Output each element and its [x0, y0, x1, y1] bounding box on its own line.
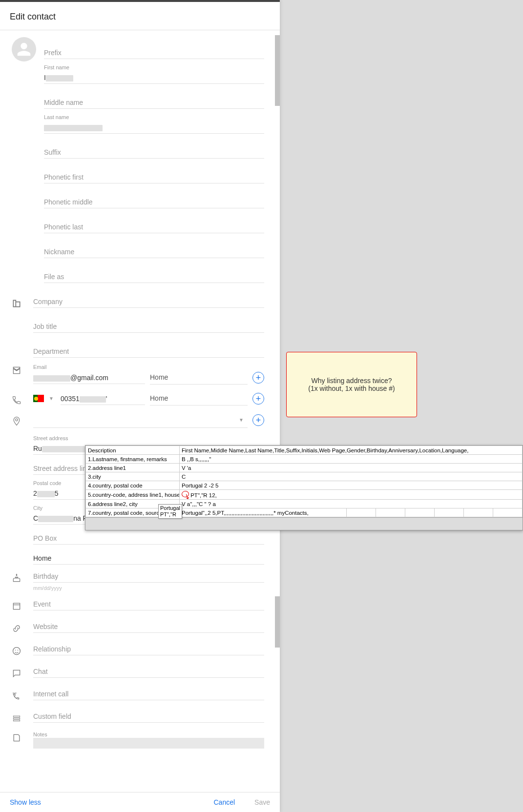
svg-point-1: [13, 648, 21, 655]
phone-icon: [12, 391, 33, 405]
phonetic-first-field[interactable]: [44, 170, 264, 183]
email-label: Email: [33, 362, 264, 370]
email-field[interactable]: @gmail.com: [33, 371, 145, 384]
svg-rect-0: [13, 603, 20, 609]
ss-r5-v: PT","R 12,: [180, 490, 523, 500]
chat-field[interactable]: [33, 665, 264, 678]
show-less-link[interactable]: Show less: [10, 798, 41, 806]
ss-r3-d: 3.city: [86, 472, 180, 481]
avatar[interactable]: [12, 37, 36, 61]
phone-type-select[interactable]: Home: [150, 391, 248, 406]
department-field[interactable]: [33, 345, 264, 358]
dialog-title: Edit contact: [0, 2, 280, 30]
phonetic-middle-field[interactable]: [44, 195, 264, 208]
first-name-label: First name: [44, 62, 264, 71]
svg-point-3: [18, 650, 19, 651]
chat-icon: [12, 665, 33, 678]
dialog-footer: Show less Cancel Save: [0, 792, 280, 812]
add-address-button[interactable]: +: [252, 414, 264, 426]
street-label: Street address: [33, 433, 264, 442]
location-icon: [12, 412, 33, 426]
ss-r2-d: 2.address line1: [86, 464, 180, 472]
relationship-icon: [12, 642, 33, 656]
ss-r2-v: V 'a: [180, 464, 523, 472]
last-name-label: Last name: [44, 112, 264, 121]
event-icon: [12, 597, 33, 611]
notes-field[interactable]: [33, 738, 264, 749]
csv-spreadsheet-overlay: Description First Name,Middle Name,Last …: [85, 445, 523, 530]
birthday-field[interactable]: [33, 569, 264, 583]
middle-name-field[interactable]: [44, 96, 264, 109]
email-icon: [12, 362, 33, 375]
event-field[interactable]: [33, 597, 264, 610]
internet-call-field[interactable]: [33, 687, 264, 700]
address-type-dropdown[interactable]: ▼: [33, 412, 248, 428]
annotation-note: Why listing address twice? (1x without, …: [286, 352, 417, 417]
notes-label: Notes: [33, 729, 264, 738]
sip-icon: SIP: [12, 687, 33, 701]
birthday-icon: [12, 569, 33, 583]
job-title-field[interactable]: [33, 320, 264, 333]
svg-point-2: [15, 650, 16, 651]
annotation-line1: Why listing address twice?: [312, 377, 392, 385]
annotation-line2: (1x without, 1x with house #): [308, 385, 395, 392]
file-as-field[interactable]: [44, 270, 264, 283]
ss-r6-v: V a",,,"C " ? a: [180, 500, 523, 508]
nickname-field[interactable]: [44, 245, 264, 258]
phone-field[interactable]: 00351': [61, 392, 145, 405]
scrollbar-thumb-2[interactable]: [275, 596, 280, 648]
ss-r7-v: Portugal",,2 5,PT,,,,,,,,,,,,,,,,,,,,,,,…: [180, 508, 347, 517]
svg-rect-6: [13, 718, 20, 719]
add-email-button[interactable]: +: [252, 372, 264, 384]
edit-contact-dialog: Edit contact First name: [0, 0, 280, 812]
website-icon: [12, 620, 33, 633]
ss-r4-d: 4.country, postal code: [86, 481, 180, 490]
ss-cell-tooltip: PortugalPT","R: [158, 504, 182, 519]
ss-bottom-bar: [85, 517, 523, 530]
ss-r1-d: 1.Lastname, firstname, remarks: [86, 455, 180, 464]
company-field[interactable]: [33, 295, 264, 308]
company-icon: [12, 295, 33, 308]
custom-icon: [12, 710, 33, 723]
ss-r1-v: B ,,B s,,,,,,,": [180, 455, 523, 464]
suffix-field[interactable]: [44, 145, 264, 159]
address-type-field[interactable]: Home: [33, 551, 264, 565]
ss-header-cols: First Name,Middle Name,Last Name,Title,S…: [180, 446, 523, 455]
country-dropdown-caret[interactable]: ▼: [49, 396, 54, 401]
last-name-field[interactable]: [44, 121, 264, 134]
birthday-hint: mm/dd/yyyy: [33, 583, 264, 591]
ss-r4-v: Portugal 2 -2 5: [180, 481, 523, 490]
ss-header-desc: Description: [86, 446, 180, 455]
first-name-field[interactable]: I: [44, 71, 264, 84]
scrollbar-track[interactable]: [275, 30, 280, 792]
cancel-button[interactable]: Cancel: [213, 798, 235, 806]
prefix-field[interactable]: [44, 46, 264, 59]
scrollbar-thumb[interactable]: [275, 35, 280, 106]
svg-rect-5: [13, 716, 20, 717]
phonetic-last-field[interactable]: [44, 220, 264, 233]
email-type-select[interactable]: Home: [150, 370, 248, 385]
add-phone-button[interactable]: +: [252, 393, 264, 405]
country-flag-icon[interactable]: [33, 395, 44, 402]
notes-icon: [12, 729, 33, 743]
custom-field[interactable]: [33, 710, 264, 723]
website-field[interactable]: [33, 620, 264, 633]
relationship-field[interactable]: [33, 642, 264, 655]
save-button: Save: [254, 798, 270, 806]
pobox-field[interactable]: [33, 531, 264, 545]
ss-r3-v: C: [180, 472, 523, 481]
ss-r5-d: 5.country-code, address line1, house#: [86, 490, 180, 500]
svg-rect-7: [13, 720, 20, 721]
